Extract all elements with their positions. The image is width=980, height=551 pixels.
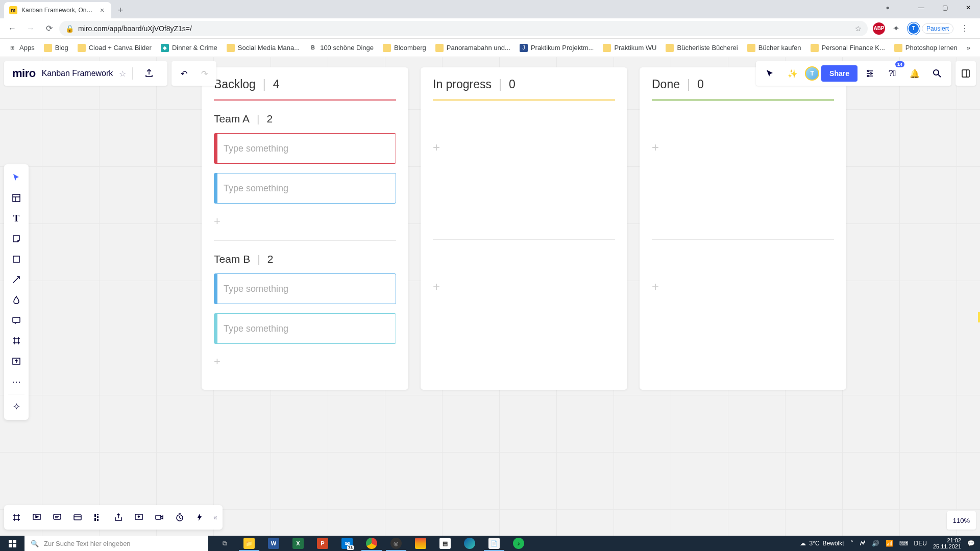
weather-widget[interactable]: ☁ 3°C Bewölkt [800, 540, 844, 547]
maximize-button[interactable]: ▢ [933, 0, 957, 15]
grid-icon[interactable] [88, 507, 108, 528]
spotify-icon[interactable]: ♪ [506, 536, 531, 551]
collapse-toolbar-icon[interactable]: « [210, 513, 220, 521]
notifications-icon[interactable]: 💬 [967, 540, 975, 547]
app-icon[interactable] [408, 536, 433, 551]
bookmark-item[interactable]: Praktikum WU [599, 42, 660, 54]
templates-icon[interactable] [4, 188, 29, 208]
bookmark-overflow[interactable]: » [963, 42, 974, 54]
cursor-icon[interactable] [760, 63, 780, 84]
browser-tab[interactable]: m Kanban Framework, Online Whit × [4, 2, 111, 18]
word-icon[interactable]: W [261, 536, 286, 551]
voting-icon[interactable] [190, 507, 210, 528]
shape-tool-icon[interactable] [4, 249, 29, 269]
more-tools-icon[interactable]: ⋯ [4, 371, 29, 392]
kanban-card[interactable]: Type something [214, 273, 396, 304]
keyboard-icon[interactable]: ⌨ [899, 540, 908, 547]
mail-icon[interactable]: ✉73 [335, 536, 359, 551]
card-icon[interactable] [67, 507, 88, 528]
star-icon[interactable]: ☆ [119, 69, 126, 79]
add-card-button[interactable]: + [214, 353, 396, 370]
kanban-card[interactable]: Type something [214, 313, 396, 344]
tray-chevron-icon[interactable]: ˄ [850, 540, 853, 547]
comments-icon[interactable] [47, 507, 67, 528]
language-indicator[interactable]: DEU [914, 540, 927, 547]
frame-tool-icon[interactable] [4, 331, 29, 351]
profile-avatar-icon[interactable]: T [908, 22, 920, 35]
undo-button[interactable]: ↶ [174, 63, 194, 84]
notepad-icon[interactable]: 📄 [482, 536, 506, 551]
export-icon[interactable] [139, 63, 159, 84]
reload-button[interactable]: ⟳ [41, 20, 57, 37]
timer-icon[interactable] [169, 507, 190, 528]
add-card-button[interactable]: + [433, 132, 615, 163]
export-bottom-icon[interactable] [108, 507, 129, 528]
kanban-card[interactable]: Type something [214, 173, 396, 204]
bell-icon[interactable]: 🔔 [904, 63, 925, 84]
screen-share-icon[interactable] [129, 507, 149, 528]
bookmark-item[interactable]: JPraktikum Projektm... [516, 42, 598, 54]
sticky-note-icon[interactable] [4, 229, 29, 249]
extensions-icon[interactable]: ✦ [888, 20, 904, 37]
excel-icon[interactable]: X [286, 536, 310, 551]
bookmark-item[interactable]: Personal Finance K... [806, 42, 889, 54]
volume-icon[interactable]: 🔊 [872, 540, 879, 547]
taskbar-search[interactable]: 🔍 Zur Suche Text hier eingeben [24, 536, 208, 551]
url-bar[interactable]: 🔒 miro.com/app/board/uXjVOf8yZ1s=/ ☆ [59, 21, 868, 36]
search-icon[interactable] [927, 63, 947, 84]
edge-icon[interactable] [457, 536, 482, 551]
forward-button[interactable]: → [22, 20, 39, 37]
board-name[interactable]: Kanban Framework [42, 69, 113, 78]
bookmark-star-icon[interactable]: ☆ [855, 24, 862, 33]
text-tool-icon[interactable]: T [4, 208, 29, 229]
bookmark-item[interactable]: Cload + Canva Bilder [74, 42, 156, 54]
app-icon[interactable]: ▤ [433, 536, 457, 551]
kanban-card[interactable]: Type something [214, 133, 396, 164]
battery-icon[interactable]: 🗲 [860, 540, 866, 547]
swimlane-title[interactable]: Team B [214, 253, 250, 265]
powerpoint-icon[interactable]: P [310, 536, 335, 551]
user-avatar[interactable]: T [805, 66, 819, 81]
settings-icon[interactable] [860, 63, 880, 84]
pen-tool-icon[interactable] [4, 290, 29, 310]
start-button[interactable] [0, 536, 24, 551]
close-window-button[interactable]: ✕ [957, 0, 980, 15]
arrow-tool-icon[interactable] [4, 269, 29, 290]
help-icon[interactable]: ?⃝ [882, 63, 902, 84]
video-icon[interactable] [149, 507, 169, 528]
minimize-button[interactable]: — [910, 0, 933, 15]
zoom-level[interactable]: 110% [947, 511, 976, 530]
add-card-button[interactable]: + [652, 132, 834, 163]
wifi-icon[interactable]: 📶 [886, 540, 893, 547]
bookmark-item[interactable]: Bücherliste Bücherei [662, 42, 742, 54]
bookmark-item[interactable]: Photoshop lernen [890, 42, 962, 54]
kanban-board[interactable]: Backlog | 4 Team A | 2 Type something Ty… [202, 67, 846, 390]
add-card-button[interactable]: + [214, 213, 396, 230]
add-card-button[interactable]: + [433, 271, 615, 302]
chrome-menu-icon[interactable]: ⋮ [957, 20, 973, 37]
frames-icon[interactable] [6, 507, 27, 528]
kanban-column-done[interactable]: Done | 0 + + [640, 67, 846, 390]
apps-bookmark[interactable]: ⊞Apps [4, 42, 39, 54]
bookmark-item[interactable]: Blog [40, 42, 72, 54]
bookmark-item[interactable]: Bücher kaufen [743, 42, 805, 54]
explorer-icon[interactable]: 📁 [237, 536, 261, 551]
close-tab-icon[interactable]: × [98, 6, 106, 14]
kanban-column-inprogress[interactable]: In progress | 0 + + [421, 67, 627, 390]
obs-icon[interactable]: ◎ [384, 536, 408, 551]
clock[interactable]: 21:02 25.11.2021 [933, 537, 961, 549]
chrome-icon[interactable] [359, 536, 384, 551]
reading-list-button[interactable]: ▭Leseliste [975, 42, 980, 54]
back-button[interactable]: ← [4, 20, 20, 37]
swimlane-title[interactable]: Team A [214, 113, 250, 125]
new-tab-button[interactable]: + [113, 3, 128, 17]
account-dot-icon[interactable]: ● [876, 0, 899, 15]
bookmark-item[interactable]: B100 schöne Dinge [305, 42, 378, 54]
ai-tool-icon[interactable]: ✧ [4, 396, 29, 417]
activity-panel-icon[interactable] [955, 61, 976, 86]
select-tool-icon[interactable] [4, 167, 29, 188]
miro-logo[interactable]: miro [12, 67, 36, 80]
bookmark-item[interactable]: ◆Dinner & Crime [157, 42, 222, 54]
bookmark-item[interactable]: Panoramabahn und... [431, 42, 514, 54]
profile-status[interactable]: Pausiert [922, 23, 953, 34]
